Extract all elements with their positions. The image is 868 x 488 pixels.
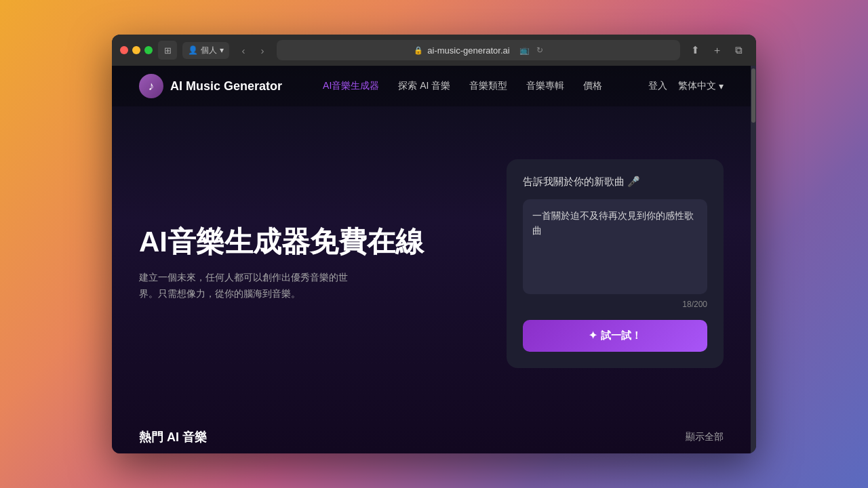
- popular-music-title: 熱門 AI 音樂: [139, 429, 207, 445]
- nav-link-genres[interactable]: 音樂類型: [469, 80, 507, 92]
- card-title: 告訴我關於你的新歌曲 🎤: [523, 176, 707, 188]
- music-note-icon: ♪: [149, 79, 155, 94]
- profile-label: 個人: [201, 45, 217, 56]
- hero-title: AI音樂生成器免費在線: [139, 225, 479, 259]
- maximize-button[interactable]: [144, 46, 153, 54]
- person-icon: 👤: [188, 45, 198, 55]
- page-content: ♪ AI Music Generator AI音樂生成器 探索 AI 音樂 音樂…: [112, 66, 751, 453]
- nav-link-albums[interactable]: 音樂專輯: [526, 80, 564, 92]
- nav-arrows: ‹ ›: [235, 41, 271, 59]
- tabs-button[interactable]: ⧉: [729, 41, 748, 60]
- browser-chrome: ⊞ 👤 個人 ▾ ‹ › 🔒 ai-music-generator.ai 📺 ↻…: [112, 35, 756, 66]
- show-all-button[interactable]: 顯示全部: [686, 431, 724, 443]
- cast-icon: 📺: [519, 45, 530, 55]
- nav-link-pricing[interactable]: 價格: [583, 80, 602, 92]
- refresh-icon[interactable]: ↻: [536, 45, 543, 55]
- nav-link-generator[interactable]: AI音樂生成器: [323, 80, 379, 92]
- site-nav-links: AI音樂生成器 探索 AI 音樂 音樂類型 音樂專輯 價格: [323, 80, 648, 92]
- card-title-text: 告訴我關於你的新歌曲 🎤: [523, 176, 640, 188]
- traffic-lights: [120, 46, 153, 54]
- site-nav: ♪ AI Music Generator AI音樂生成器 探索 AI 音樂 音樂…: [112, 66, 751, 106]
- chevron-down-icon: ▾: [719, 81, 724, 92]
- browser-scrollbar[interactable]: [751, 66, 756, 453]
- sidebar-toggle-button[interactable]: ⊞: [158, 41, 177, 60]
- char-count: 18/200: [523, 300, 707, 309]
- share-button[interactable]: ⬆: [686, 41, 705, 60]
- generate-button[interactable]: ✦ 試一試！: [523, 320, 707, 352]
- nav-language-selector[interactable]: 繁体中文 ▾: [678, 80, 724, 92]
- scrollbar-thumb[interactable]: [751, 68, 755, 123]
- nav-link-explore[interactable]: 探索 AI 音樂: [398, 80, 450, 92]
- lock-icon: 🔒: [414, 46, 423, 55]
- site-logo: ♪ AI Music Generator: [139, 74, 282, 98]
- language-label: 繁体中文: [678, 80, 716, 92]
- song-description-input[interactable]: 一首關於迫不及待再次見到你的感性歌曲: [523, 199, 707, 294]
- close-button[interactable]: [120, 46, 128, 54]
- browser-content-wrapper: ♪ AI Music Generator AI音樂生成器 探索 AI 音樂 音樂…: [112, 66, 756, 453]
- back-button[interactable]: ‹: [235, 41, 252, 59]
- hero-left: AI音樂生成器免費在線 建立一個未來，任何人都可以創作出優秀音樂的世界。只需想像…: [139, 225, 479, 302]
- nav-right: 登入 繁体中文 ▾: [648, 80, 724, 92]
- new-tab-button[interactable]: ＋: [707, 41, 726, 60]
- address-bar[interactable]: 🔒 ai-music-generator.ai 📺 ↻: [277, 40, 680, 60]
- browser-window: ⊞ 👤 個人 ▾ ‹ › 🔒 ai-music-generator.ai 📺 ↻…: [112, 35, 756, 453]
- hero-section: AI音樂生成器免費在線 建立一個未來，任何人都可以創作出優秀音樂的世界。只需想像…: [112, 106, 751, 421]
- logo-text: AI Music Generator: [170, 79, 282, 94]
- generate-button-label: ✦ 試一試！: [589, 329, 641, 342]
- generator-card: 告訴我關於你的新歌曲 🎤 一首關於迫不及待再次見到你的感性歌曲 18/200 ✦…: [507, 159, 724, 368]
- browser-actions: ⬆ ＋ ⧉: [686, 41, 748, 60]
- forward-button[interactable]: ›: [254, 41, 271, 59]
- url-text: ai-music-generator.ai: [427, 45, 509, 56]
- chevron-down-icon: ▾: [220, 45, 224, 55]
- profile-button[interactable]: 👤 個人 ▾: [182, 42, 229, 59]
- minimize-button[interactable]: [132, 46, 140, 54]
- bottom-section: 熱門 AI 音樂 顯示全部: [112, 421, 751, 453]
- nav-login-button[interactable]: 登入: [648, 80, 667, 92]
- hero-subtitle: 建立一個未來，任何人都可以創作出優秀音樂的世界。只需想像力，從你的腦海到音樂。: [139, 270, 356, 302]
- logo-icon: ♪: [139, 74, 163, 98]
